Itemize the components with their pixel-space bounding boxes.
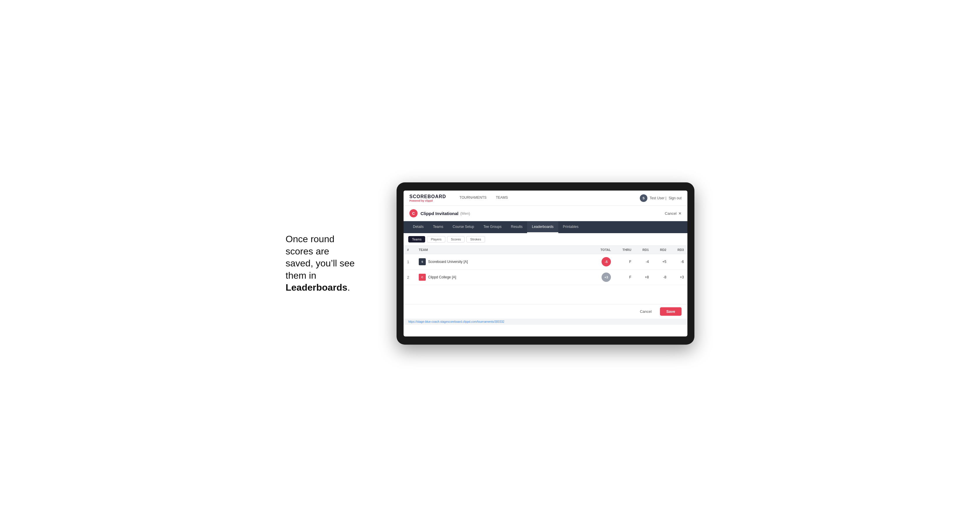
tab-tee-groups[interactable]: Tee Groups (479, 221, 506, 233)
cell-rd1: +8 (635, 270, 652, 285)
nav-tournaments[interactable]: TOURNAMENTS (455, 190, 491, 206)
content-area: # TEAM TOTAL THRU RD1 RD2 RD3 1 S (404, 246, 687, 304)
col-rd3: RD3 (670, 246, 687, 254)
footer-bar: Cancel Save (404, 304, 687, 319)
table-row: 2 C Clippd College [A] +3 F +8 -8 +3 (404, 270, 687, 285)
tournament-title: Clippd Invitational (420, 211, 458, 216)
url-text: https://stage-blue-coach.stagescoreboard… (408, 320, 504, 323)
sub-tabs: Teams Players Scores Strokes (404, 233, 687, 246)
nav-teams[interactable]: TEAMS (491, 190, 512, 206)
description-text: Once round scores are saved, you’ll see … (286, 234, 355, 293)
cell-rd2: -8 (652, 270, 670, 285)
table-header-row: # TEAM TOTAL THRU RD1 RD2 RD3 (404, 246, 687, 254)
tournament-header: C Clippd Invitational (Men) Cancel ✕ (404, 206, 687, 221)
col-rd2: RD2 (652, 246, 670, 254)
user-label: Test User | (650, 196, 667, 200)
sub-tab-strokes[interactable]: Strokes (466, 236, 485, 243)
cell-rd3: -6 (670, 254, 687, 270)
cell-total: -5 (591, 254, 614, 270)
cell-rd2: +5 (652, 254, 670, 270)
cell-team: S Scoreboard University [A] (415, 254, 591, 270)
save-button[interactable]: Save (660, 307, 682, 316)
nav-right: S Test User | Sign out (640, 194, 682, 202)
sub-tab-teams[interactable]: Teams (408, 236, 425, 243)
team-name: Clippd College [A] (428, 275, 456, 279)
table-row: 1 S Scoreboard University [A] -5 F -4 +5… (404, 254, 687, 270)
logo-powered: Powered by clippd (409, 199, 446, 202)
cancel-footer-button[interactable]: Cancel (635, 307, 657, 316)
user-avatar: S (640, 194, 648, 202)
nav-links: TOURNAMENTS TEAMS (455, 190, 640, 206)
tab-course-setup[interactable]: Course Setup (448, 221, 479, 233)
tournament-icon: C (409, 209, 418, 217)
score-badge: -5 (601, 257, 611, 267)
cell-total: +3 (591, 270, 614, 285)
col-rank: # (404, 246, 415, 254)
logo-text: SCOREBOARD (409, 194, 446, 199)
cell-thru: F (614, 270, 635, 285)
col-rd1: RD1 (635, 246, 652, 254)
leaderboard-table: # TEAM TOTAL THRU RD1 RD2 RD3 1 S (404, 246, 687, 285)
main-tabs: Details Teams Course Setup Tee Groups Re… (404, 221, 687, 233)
sub-tab-scores[interactable]: Scores (447, 236, 465, 243)
tablet-device: SCOREBOARD Powered by clippd TOURNAMENTS… (396, 183, 694, 344)
cell-rd3: +3 (670, 270, 687, 285)
cell-rank: 2 (404, 270, 415, 285)
tab-teams[interactable]: Teams (428, 221, 448, 233)
top-nav: SCOREBOARD Powered by clippd TOURNAMENTS… (404, 190, 687, 206)
cell-rank: 1 (404, 254, 415, 270)
tablet-screen: SCOREBOARD Powered by clippd TOURNAMENTS… (404, 190, 687, 337)
logo-area: SCOREBOARD Powered by clippd (409, 194, 446, 202)
cell-rd1: -4 (635, 254, 652, 270)
cancel-header-button[interactable]: Cancel ✕ (665, 211, 682, 216)
tab-printables[interactable]: Printables (558, 221, 583, 233)
cell-thru: F (614, 254, 635, 270)
sign-out-link[interactable]: Sign out (669, 196, 682, 200)
team-name: Scoreboard University [A] (428, 260, 468, 264)
cell-team: C Clippd College [A] (415, 270, 591, 285)
col-total: TOTAL (591, 246, 614, 254)
score-badge: +3 (601, 273, 611, 282)
tab-details[interactable]: Details (408, 221, 428, 233)
sub-tab-players[interactable]: Players (427, 236, 445, 243)
tournament-subtitle: (Men) (460, 211, 470, 216)
url-bar: https://stage-blue-coach.stagescoreboard… (404, 319, 687, 325)
left-description: Once round scores are saved, you’ll see … (286, 233, 379, 294)
close-icon: ✕ (678, 211, 682, 216)
tab-results[interactable]: Results (506, 221, 527, 233)
tab-leaderboards[interactable]: Leaderboards (527, 221, 558, 233)
col-team: TEAM (415, 246, 591, 254)
col-thru: THRU (614, 246, 635, 254)
